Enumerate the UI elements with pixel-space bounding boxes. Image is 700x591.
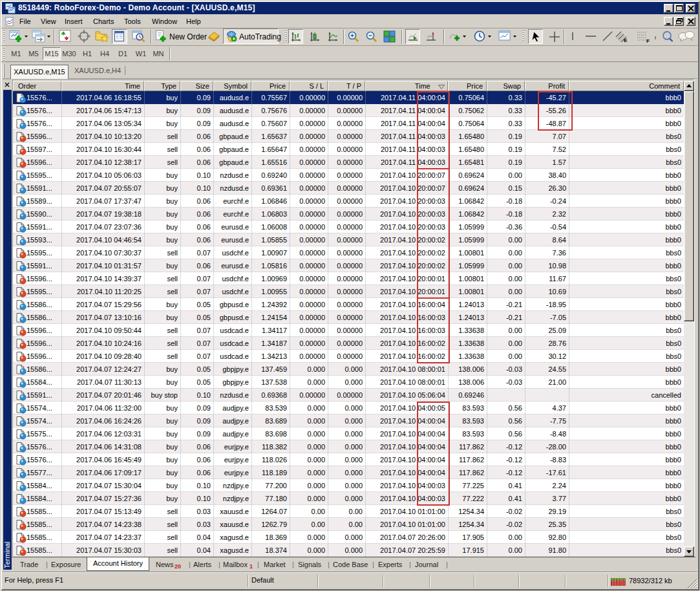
svg-text:F: F (646, 38, 650, 43)
svg-text:E: E (624, 38, 628, 43)
